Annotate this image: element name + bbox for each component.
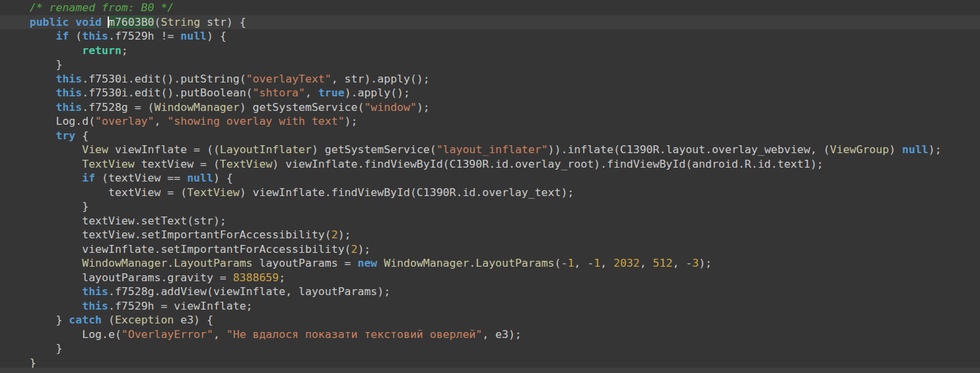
code-token: LayoutInflater [220, 143, 312, 156]
code-token: 512 [653, 257, 673, 269]
code-token: 3 [692, 257, 699, 269]
code-token: ; [279, 271, 285, 284]
code-token: LayoutParams [475, 257, 554, 269]
code-token: { [75, 129, 88, 142]
code-token: } [3, 200, 88, 213]
code-line: this.f7528g.addView(viewInflate, layoutP… [0, 285, 980, 299]
code-token: LayoutParams [174, 257, 252, 269]
code-token: 2 [332, 228, 338, 241]
code-token [3, 30, 55, 42]
code-token: ); [345, 115, 358, 127]
code-token [3, 101, 55, 114]
code-token [3, 86, 55, 99]
code-token: ( [102, 314, 115, 326]
code-token: 1 [594, 257, 600, 269]
code-token: textView = ( [3, 186, 187, 199]
code-token [3, 300, 82, 312]
code-token: ( [69, 30, 82, 42]
code-token: ); [338, 228, 351, 241]
code-token: "Не вдалося показати текстовий оверлей" [227, 328, 482, 341]
code-token [3, 129, 55, 142]
code-line: this.f7530i.edit().putBoolean("shtora", … [0, 86, 980, 100]
code-token: e3) { [174, 314, 213, 326]
code-token: ) viewInflate.findViewById(C1390R.id.ove… [240, 186, 575, 199]
code-token: layoutParams.gravity = [3, 271, 233, 284]
code-token: ); [699, 257, 712, 269]
code-token: return [82, 44, 122, 57]
code-token: true [318, 86, 345, 99]
code-token [3, 44, 82, 57]
code-token: null [902, 143, 928, 156]
code-line: TextView textView = (TextView) viewInfla… [0, 157, 980, 172]
code-token: ) getSystemService( [312, 143, 437, 156]
code-line: return; [0, 44, 980, 58]
code-line: } [0, 341, 980, 356]
code-line: this.f7528g = (WindowManager) getSystemS… [0, 100, 980, 115]
code-token: "overlayText" [246, 73, 332, 85]
code-area[interactable]: /* renamed from: B0 */ public void m7603… [0, 1, 980, 370]
code-token: WindowManager [82, 257, 167, 269]
code-token: ViewGroup [830, 143, 889, 156]
code-token: .f7530i.edit().putBoolean( [82, 86, 252, 99]
code-line: this.f7529h = viewInflate; [0, 299, 980, 314]
code-line: this.f7530i.edit().putString("overlayTex… [0, 72, 980, 86]
code-token: try [55, 129, 75, 142]
code-token: "overlay" [95, 115, 154, 127]
code-token: .f7528g.addView(viewInflate, layoutParam… [108, 285, 390, 298]
code-token: null [180, 30, 207, 42]
code-line: try { [0, 129, 980, 143]
code-token: } [3, 314, 69, 326]
code-line-current: public void m7603B0(String str) { [0, 15, 980, 30]
code-token [3, 257, 82, 269]
code-token: if [82, 172, 95, 184]
code-token: TextView [220, 158, 272, 170]
code-line: } [0, 199, 980, 214]
code-token: , [640, 257, 653, 269]
code-token: , str).apply(); [332, 73, 430, 85]
code-token: .f7529h != [108, 30, 180, 42]
code-token: ) { [213, 172, 233, 184]
code-token [3, 143, 82, 156]
code-token: .f7530i.edit().putString( [82, 73, 246, 85]
code-token: WindowManager [155, 101, 240, 114]
code-token: catch [69, 314, 102, 326]
code-token: .f7528g = ( [82, 101, 154, 114]
horizontal-scrollbar[interactable] [0, 368, 980, 373]
code-line: if (this.f7529h != null) { [0, 29, 980, 44]
code-token: ).apply(); [345, 86, 410, 99]
code-line: if (textView == null) { [0, 171, 980, 186]
code-token: } [3, 342, 62, 355]
code-token: } [3, 58, 62, 71]
code-line: layoutParams.gravity = 8388659; [0, 271, 980, 285]
code-token: ( [155, 16, 161, 28]
code-line: /* renamed from: B0 */ [0, 1, 980, 15]
code-token [377, 257, 384, 269]
code-token: TextView [187, 186, 239, 199]
code-token: ); [357, 243, 370, 255]
code-token: "shtora" [253, 86, 305, 99]
code-token: Log.d( [3, 115, 95, 127]
code-token: (textView == [95, 172, 187, 184]
code-token: if [55, 30, 69, 42]
code-token: str) { [200, 16, 246, 28]
code-token: 2 [351, 243, 358, 255]
code-token: "window" [364, 101, 416, 114]
code-token: , e3); [482, 328, 522, 341]
code-token [3, 16, 30, 28]
highlighted-symbol-with-caret: m7603B0 [108, 16, 155, 28]
code-token: textView.setImportantForAccessibility( [3, 228, 332, 241]
code-token: "OverlayError" [122, 328, 213, 341]
code-line: textView.setText(str); [0, 214, 980, 228]
code-token: , - [574, 257, 594, 269]
code-line: textView = (TextView) viewInflate.findVi… [0, 186, 980, 200]
code-token: ; [122, 44, 128, 57]
code-token: , - [672, 257, 692, 269]
code-line: textView.setImportantForAccessibility(2)… [0, 228, 980, 242]
code-token [3, 172, 82, 184]
code-token: viewInflate.setImportantForAccessibility… [3, 243, 351, 255]
code-line: View viewInflate = ((LayoutInflater) get… [0, 143, 980, 157]
code-token: this [82, 30, 108, 42]
code-token: layoutParams = [253, 257, 358, 269]
code-token [69, 16, 75, 28]
code-editor[interactable]: /* renamed from: B0 */ public void m7603… [0, 0, 980, 373]
